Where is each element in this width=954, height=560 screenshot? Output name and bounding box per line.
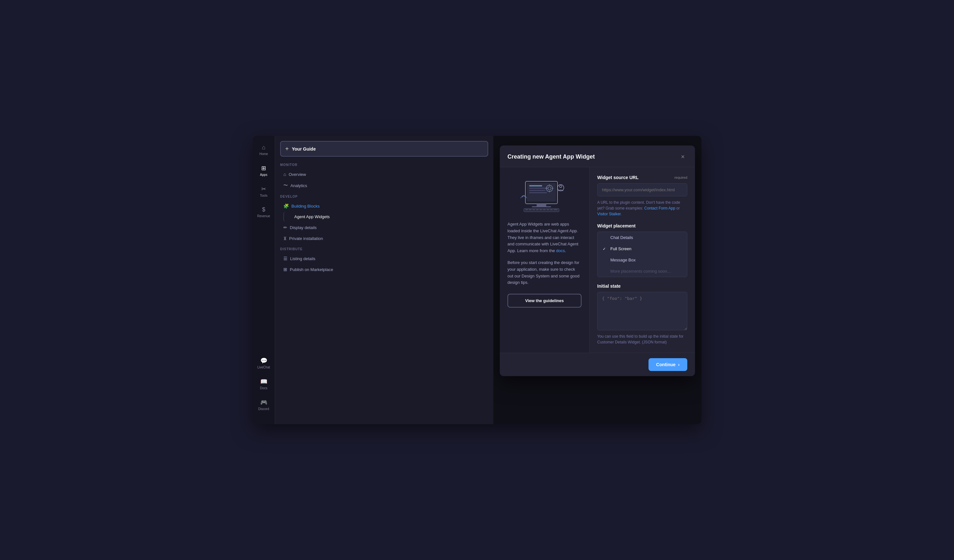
sidebar-item-livechat[interactable]: 💬 LiveChat — [255, 354, 273, 372]
check-empty-3 — [603, 269, 608, 274]
svg-rect-25 — [553, 209, 558, 210]
source-url-hint: A URL to the plugin content. Don't have … — [597, 199, 687, 217]
modal-title: Creating new Agent App Widget — [507, 154, 595, 160]
private-install-icon: ⊻ — [284, 236, 287, 241]
continue-arrow-icon: › — [678, 362, 680, 367]
sidebar-icon-rail: ⌂ Home ⊞ Apps ✂ Tools $ Revenue 💬 LiveCh… — [253, 136, 275, 424]
view-guidelines-button[interactable]: View the guidelines — [507, 294, 581, 308]
placement-option-chat-details[interactable]: Chat Details — [597, 232, 687, 243]
listing-icon: ☰ — [284, 256, 288, 261]
create-widget-modal: Creating new Agent App Widget × — [500, 145, 695, 376]
source-url-label-row: Widget source URL required — [597, 175, 687, 180]
sidebar-item-overview[interactable]: ⌂ Overview — [280, 169, 488, 179]
marketplace-icon: ⊞ — [284, 267, 287, 272]
sidebar-item-discord[interactable]: 🎮 Discord — [255, 396, 273, 414]
placement-option-message-box[interactable]: Message Box — [597, 254, 687, 266]
svg-rect-4 — [529, 185, 542, 187]
plus-icon: + — [285, 145, 289, 152]
initial-state-section: Initial state You can use this field to … — [597, 283, 687, 345]
svg-rect-2 — [537, 204, 546, 206]
svg-rect-22 — [543, 209, 546, 210]
analytics-icon: 〜 — [284, 183, 288, 188]
svg-rect-20 — [536, 209, 539, 210]
placement-option-full-screen[interactable]: ✓ Full Screen — [597, 243, 687, 254]
placement-dropdown[interactable]: Chat Details ✓ Full Screen Message Box — [597, 232, 687, 277]
monitor-section: MONITOR ⌂ Overview 〜 Analytics — [280, 163, 488, 191]
tools-icon: ✂ — [261, 185, 266, 193]
docs-link[interactable]: docs — [556, 248, 565, 253]
sidebar-bottom-section: 💬 LiveChat 📖 Docs 🎮 Discord — [255, 354, 273, 419]
svg-point-15 — [560, 185, 562, 188]
source-url-label: Widget source URL — [597, 175, 639, 180]
sidebar-item-listing-details[interactable]: ☰ Listing details — [280, 254, 488, 264]
svg-rect-7 — [529, 192, 547, 193]
revenue-icon: $ — [262, 206, 265, 213]
modal-right-panel: Widget source URL required A URL to the … — [589, 167, 695, 353]
widget-source-section: Widget source URL required A URL to the … — [597, 175, 687, 217]
initial-state-label: Initial state — [597, 283, 620, 289]
widget-placement-section: Widget placement Chat Details ✓ Full Scr… — [597, 223, 687, 277]
contact-form-link[interactable]: Contact Form App — [644, 206, 675, 210]
design-tip-description: Before you start creating the design for… — [507, 260, 581, 286]
sidebar-item-apps[interactable]: ⊞ Apps — [255, 162, 273, 180]
check-empty — [603, 235, 608, 240]
sidebar-item-building-blocks[interactable]: 🧩 Building Blocks — [280, 201, 488, 211]
modal-header: Creating new Agent App Widget × — [500, 145, 695, 167]
modal-body: Agent App Widgets are web apps loaded in… — [500, 167, 695, 353]
overview-icon: ⌂ — [284, 172, 286, 177]
initial-state-textarea[interactable] — [597, 292, 687, 330]
visitor-stalker-link[interactable]: Visitor Stalker — [597, 212, 620, 216]
sidebar-item-analytics[interactable]: 〜 Analytics — [280, 180, 488, 191]
required-badge: required — [675, 176, 687, 179]
check-mark-icon: ✓ — [603, 247, 608, 251]
sidebar-item-revenue[interactable]: $ Revenue — [255, 203, 273, 221]
svg-rect-6 — [529, 190, 545, 191]
svg-rect-24 — [550, 209, 553, 210]
svg-rect-21 — [539, 209, 542, 210]
distribute-section: DISTRIBUTE ☰ Listing details ⊞ Publish o… — [280, 247, 488, 275]
initial-state-hint: You can use this field to build up the i… — [597, 333, 687, 345]
placement-label-row: Widget placement — [597, 223, 687, 229]
sidebar-item-home[interactable]: ⌂ Home — [255, 141, 273, 159]
check-empty-2 — [603, 258, 608, 262]
building-blocks-icon: 🧩 — [284, 204, 289, 208]
sidebar-item-agent-app-widgets[interactable]: Agent App Widgets — [284, 212, 488, 222]
livechat-icon: 💬 — [260, 357, 267, 364]
placement-option-more: More placements coming soon... — [597, 266, 687, 277]
sidebar-item-publish-marketplace[interactable]: ⊞ Publish on Marketplace — [280, 264, 488, 275]
display-details-icon: ✏ — [284, 225, 287, 230]
widget-description: Agent App Widgets are web apps loaded in… — [507, 221, 581, 254]
svg-rect-3 — [532, 206, 551, 207]
sidebar-item-docs[interactable]: 📖 Docs — [255, 375, 273, 393]
sidebar-item-display-details[interactable]: ✏ Display details — [280, 222, 488, 233]
svg-rect-18 — [529, 209, 532, 210]
modal-left-panel: Agent App Widgets are web apps loaded in… — [500, 167, 589, 353]
discord-icon: 🎮 — [260, 399, 267, 406]
modal-overlay: Creating new Agent App Widget × — [493, 136, 701, 424]
svg-rect-17 — [525, 209, 528, 210]
modal-footer: Continue › — [500, 353, 695, 376]
home-icon: ⌂ — [262, 144, 265, 151]
widget-illustration — [507, 175, 581, 213]
widget-source-url-input[interactable] — [597, 183, 687, 196]
apps-icon: ⊞ — [261, 165, 266, 172]
initial-state-label-row: Initial state — [597, 283, 687, 289]
svg-rect-19 — [532, 209, 535, 210]
guide-button[interactable]: + Your Guide — [280, 141, 488, 157]
sidebar-nav: + Your Guide MONITOR ⌂ Overview 〜 Analyt… — [275, 136, 493, 424]
develop-section: DEVELOP 🧩 Building Blocks Agent App Widg… — [280, 195, 488, 243]
sidebar-item-tools[interactable]: ✂ Tools — [255, 182, 273, 201]
docs-icon: 📖 — [260, 378, 267, 385]
svg-rect-23 — [547, 209, 549, 210]
continue-button[interactable]: Continue › — [648, 358, 687, 371]
main-content: Creating new Agent App Widget × — [493, 136, 701, 424]
placement-label: Widget placement — [597, 223, 636, 229]
sidebar-item-private-installation[interactable]: ⊻ Private installation — [280, 233, 488, 243]
modal-close-button[interactable]: × — [678, 152, 687, 162]
